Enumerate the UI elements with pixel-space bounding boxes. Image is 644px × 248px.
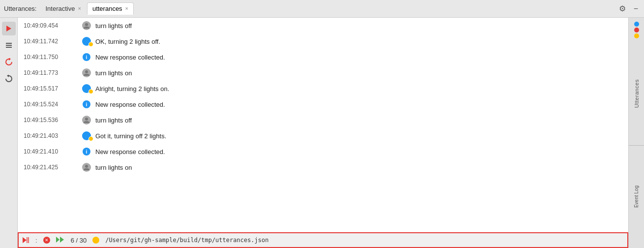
list-item: 10:49:15.536 turn lights off: [18, 112, 628, 128]
list-item: 10:49:09.454 turn lights off: [18, 18, 628, 33]
status-bar: : 6 / 30 /Users/git/gh-sample/build/tmp/…: [18, 232, 628, 248]
main-area: 10:49:09.454 turn lights off10:49:11.742…: [0, 18, 644, 248]
message-avatar: [78, 37, 95, 46]
right-dot-red: [634, 28, 639, 32]
message-text: Got it, turning off 2 lights.: [95, 132, 622, 140]
list-item: 10:49:15.524iNew response collected.: [18, 96, 628, 112]
svg-rect-3: [6, 47, 12, 48]
tab-utterances-close[interactable]: ×: [125, 6, 128, 11]
list-item: 10:49:11.773 turn lights on: [18, 65, 628, 81]
toolbar-undo-button[interactable]: [2, 72, 16, 86]
message-text: New response collected.: [95, 148, 622, 155]
message-avatar: [78, 163, 95, 172]
tab-bar: Utterances: Interactive × utterances × ⚙…: [0, 0, 644, 18]
minimize-icon[interactable]: −: [632, 3, 640, 14]
svg-marker-0: [6, 26, 11, 31]
list-item: 10:49:21.425 turn lights on: [18, 159, 628, 175]
list-item: 10:49:11.742 OK, turning 2 lights off.: [18, 33, 628, 49]
message-text: New response collected.: [95, 101, 622, 108]
message-avatar: [78, 116, 95, 124]
right-panel-dots: [634, 18, 639, 42]
toolbar-list-button[interactable]: [2, 38, 16, 52]
right-panel-text: Utterances: [634, 79, 640, 108]
progress-text: 6 / 30: [71, 237, 87, 244]
svg-point-5: [85, 70, 88, 73]
tab-utterances[interactable]: utterances ×: [87, 2, 134, 15]
message-avatar: [78, 21, 95, 30]
toolbar-refresh-button[interactable]: [2, 55, 16, 69]
message-avatar: [78, 131, 95, 140]
svg-point-4: [85, 23, 88, 26]
message-timestamp: 10:49:09.454: [24, 22, 78, 29]
event-log-label: Event Log: [634, 186, 639, 208]
svg-marker-8: [23, 237, 27, 243]
message-avatar: [78, 84, 95, 93]
message-timestamp: 10:49:21.410: [24, 148, 78, 155]
message-timestamp: 10:49:15.524: [24, 101, 78, 108]
message-avatar: [78, 68, 95, 77]
right-dot-yellow-panel: [634, 33, 639, 38]
message-text: turn lights on: [95, 164, 622, 171]
left-toolbar: [0, 18, 18, 248]
status-play-button[interactable]: [23, 237, 29, 244]
message-avatar: i: [78, 148, 95, 155]
status-colon: :: [35, 237, 37, 244]
right-panel: Utterances Event Log: [628, 18, 644, 248]
message-text: OK, turning 2 lights off.: [95, 38, 622, 45]
right-dot-blue: [634, 22, 639, 27]
conversation-list: 10:49:09.454 turn lights off10:49:11.742…: [18, 18, 628, 232]
status-dot-yellow: [92, 237, 99, 244]
list-item: 10:49:15.517 Alright, turning 2 lights o…: [18, 81, 628, 96]
svg-marker-11: [56, 237, 59, 243]
file-path: /Users/git/gh-sample/build/tmp/utterance…: [105, 237, 268, 244]
stop-button[interactable]: [43, 237, 50, 244]
tab-interactive-label: Interactive: [45, 5, 75, 12]
svg-rect-2: [6, 45, 12, 46]
message-avatar: i: [78, 53, 95, 61]
tab-bar-actions: ⚙ −: [617, 3, 640, 14]
message-timestamp: 10:49:15.536: [24, 117, 78, 124]
tab-interactive-close[interactable]: ×: [78, 6, 81, 11]
gear-icon[interactable]: ⚙: [617, 3, 628, 14]
message-text: New response collected.: [95, 54, 622, 61]
message-timestamp: 10:49:21.425: [24, 164, 78, 171]
tab-utterances-label: utterances: [92, 5, 122, 12]
svg-point-6: [85, 118, 88, 121]
right-panel-event-log[interactable]: Event Log: [634, 146, 639, 248]
tab-interactive[interactable]: Interactive ×: [40, 3, 86, 14]
message-timestamp: 10:49:11.750: [24, 54, 78, 61]
message-timestamp: 10:49:11.742: [24, 38, 78, 45]
fast-forward-button[interactable]: [56, 236, 65, 245]
list-item: 10:49:21.410iNew response collected.: [18, 144, 628, 159]
message-timestamp: 10:49:11.773: [24, 69, 78, 76]
svg-rect-1: [6, 43, 12, 44]
message-avatar: i: [78, 100, 95, 108]
message-text: turn lights off: [95, 22, 622, 30]
list-item: 10:49:21.403 Got it, turning off 2 light…: [18, 128, 628, 144]
toolbar-play-button[interactable]: [2, 22, 16, 35]
message-timestamp: 10:49:21.403: [24, 132, 78, 139]
tab-bar-prefix: Utterances:: [4, 5, 36, 12]
svg-marker-12: [60, 237, 64, 243]
message-text: turn lights on: [95, 69, 622, 77]
list-item: 10:49:11.750iNew response collected.: [18, 49, 628, 65]
message-text: Alright, turning 2 lights on.: [95, 85, 622, 93]
right-panel-utterances-label[interactable]: Utterances: [634, 42, 640, 145]
message-timestamp: 10:49:15.517: [24, 85, 78, 92]
svg-point-7: [85, 165, 88, 168]
message-text: turn lights off: [95, 117, 622, 124]
